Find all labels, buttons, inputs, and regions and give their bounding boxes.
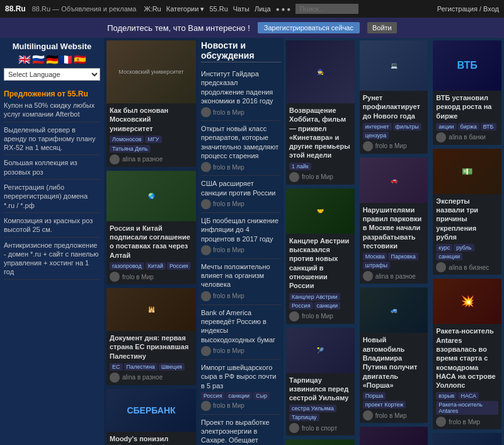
tag-parking[interactable]: Парковка <box>388 253 418 260</box>
card-left-1[interactable]: Московский университет Как был основан М… <box>106 40 196 167</box>
card-left-4-title[interactable]: Moody's понизил рейтинги Сбербанка и ВТБ <box>110 434 193 445</box>
tag-austria[interactable]: Канцлер Австрии <box>289 293 340 301</box>
news-item-7[interactable]: Импорт швейцарского сыра в РФ вырос почт… <box>201 360 281 415</box>
col4-card-3[interactable]: 🚙 Новый автомобиль Владимира Путина полу… <box>360 287 428 423</box>
sidebar-offer-1[interactable]: Купон на 50% скидку любых услуг компании… <box>4 101 100 122</box>
news-item-1[interactable]: Институт Гайдара предсказал продолжение … <box>201 66 281 121</box>
col5-card-1-title[interactable]: ВТБ установил рекорд роста на бирже <box>436 93 498 120</box>
news-item-4[interactable]: ЦБ пообещал снижение инфляции до 4 проце… <box>201 213 281 259</box>
tag-moscow[interactable]: Москва <box>363 253 387 260</box>
site-title[interactable]: 88.Ru <box>5 4 26 13</box>
tag-china[interactable]: Китай <box>146 262 166 270</box>
tag-explosion[interactable]: взрыв <box>436 392 457 400</box>
auth-link[interactable]: Регистрация / Вход <box>437 5 499 13</box>
card-left-4[interactable]: СБЕРБАНК Moody's понизил рейтинги Сберба… <box>106 389 196 445</box>
col5-card-2-title[interactable]: Эксперты назвали три причины укрепления … <box>436 197 498 241</box>
col5-card-3-title[interactable]: Ракета-носитель Antares взорвалась во вр… <box>436 327 498 390</box>
sidebar-offer-5[interactable]: Композиция из красных роз высотой 25 см. <box>4 216 100 238</box>
tag-eu[interactable]: ЕС <box>110 363 123 371</box>
news-item-3[interactable]: США расширяет санкции против России frol… <box>201 176 281 213</box>
tag-cheese-sanctions[interactable]: санкции <box>226 392 253 400</box>
flag-fr[interactable]: 🇫🇷 <box>60 54 72 66</box>
sidebar-offer-4[interactable]: Регистрация (либо перерегистрация) домен… <box>4 183 100 213</box>
nav-chats[interactable]: Чаты <box>233 5 249 13</box>
tag-mgu[interactable]: МГУ <box>145 136 161 143</box>
register-button[interactable]: Зарегистрироваться сейчас <box>258 22 360 33</box>
tag-1like[interactable]: 1 лайк <box>289 163 311 170</box>
col4-card-3-title[interactable]: Новый автомобиль Владимира Путина получи… <box>363 335 425 390</box>
tag-sanctions5[interactable]: санкции <box>436 253 462 260</box>
nav-jru[interactable]: Ж:Ru <box>144 5 161 13</box>
tag-palestine[interactable]: Палестина <box>124 363 158 371</box>
sidebar-offer-2[interactable]: Выделенный сервер в аренду по тарифному … <box>4 125 100 156</box>
tag-nasa[interactable]: НАСА <box>458 392 479 400</box>
tag-sanctions2[interactable]: санкции <box>314 302 341 309</box>
news-item-2[interactable]: Открыт новый класс препаратов, которые з… <box>201 121 281 176</box>
flag-es[interactable]: 🇪🇸 <box>74 54 86 66</box>
news-item-2-title[interactable]: Открыт новый класс препаратов, которые з… <box>201 124 281 160</box>
col3-card-2[interactable]: 🤝 Канцлер Австрии высказался против новы… <box>286 188 355 324</box>
tag-sister[interactable]: сестра Уильяма <box>289 405 336 412</box>
card-left-2-title[interactable]: Россия и Китай подписали соглашение о по… <box>110 224 193 260</box>
card-left-2[interactable]: 🌏 Россия и Китай подписали соглашение о … <box>106 171 196 284</box>
card-left-1-title[interactable]: Как был основан Московский университет <box>110 106 193 133</box>
tag-filters[interactable]: фильтры <box>393 123 421 130</box>
col4-card-2[interactable]: 🚗 Нарушителями правил парковки в Москве … <box>360 158 428 284</box>
flag-de[interactable]: 🇩🇪 <box>46 54 59 66</box>
col3-card-2-title[interactable]: Канцлер Австрии высказался против новых … <box>289 236 352 291</box>
flag-ru[interactable]: 🇷🇺 <box>32 54 45 66</box>
col5-card-2[interactable]: 💵 Эксперты назвали три причины укреплени… <box>433 149 501 275</box>
tag-lomonosov[interactable]: Ломоносов <box>110 136 144 143</box>
tag-stocks[interactable]: акции <box>436 123 456 130</box>
col3-card-1[interactable]: 🧙 Возвращение Хоббита, фильм — приквел «… <box>286 40 355 185</box>
col4-card-1-title[interactable]: Рунет профилактирует до Нового года <box>363 93 425 120</box>
tag-ruble[interactable]: рубль <box>454 244 474 251</box>
col4-card-4[interactable]: 🤝 Европейские санкции в отношении России… <box>360 427 428 445</box>
col3-card-1-title[interactable]: Возвращение Хоббита, фильм — приквел «Ки… <box>289 106 352 160</box>
tag-cheese[interactable]: Сыр <box>253 392 270 400</box>
tag-russia3[interactable]: Россия <box>289 302 313 309</box>
col5-card-4[interactable]: 🪖 Пентагон создаст команду морпехов для … <box>433 433 501 445</box>
tag-rate[interactable]: курс <box>436 244 452 251</box>
col3-card-3[interactable]: 🎾 Тарпицау извинился перед сестрой Уилья… <box>286 328 355 436</box>
news-item-5-title[interactable]: Мечты положительно влияет на организм че… <box>201 262 281 289</box>
news-item-6-title[interactable]: Bank of America переведёт Россию в индек… <box>201 308 281 344</box>
tag-sweden[interactable]: Швеция <box>159 363 185 371</box>
col3-card-3-title[interactable]: Тарпицау извинился перед сестрой Уильяму <box>289 376 352 403</box>
card-left-3[interactable]: 🕌 Документ дня: первая страна ЕС признав… <box>106 288 196 385</box>
tag-russia[interactable]: Россия <box>167 262 191 270</box>
tag-porsha[interactable]: Порша <box>363 392 386 400</box>
tag-antares[interactable]: Ракета-носитель Antares <box>436 401 498 415</box>
card-left-3-title[interactable]: Документ дня: первая страна ЕС признавша… <box>110 333 193 361</box>
tag-tatyana[interactable]: Татьяна Дель <box>110 145 151 153</box>
news-item-6[interactable]: Bank of America переведёт Россию в индек… <box>201 305 281 360</box>
tag-internet[interactable]: интернет <box>363 123 392 130</box>
nav-faces[interactable]: Лица <box>255 5 271 13</box>
tag-vtb2[interactable]: ВТБ <box>481 123 496 130</box>
sidebar-offer-6[interactable]: Антикризисное предложение - домен *.ru +… <box>4 241 100 280</box>
news-item-4-title[interactable]: ЦБ пообещал снижение инфляции до 4 проце… <box>201 216 281 243</box>
nav-55ru[interactable]: 55.Ru <box>209 5 227 13</box>
tag-cheese-russia[interactable]: Россия <box>201 392 225 400</box>
col5-card-3[interactable]: 💥 Ракета-носитель Antares взорвалась во … <box>433 279 501 429</box>
news-item-8-title[interactable]: Проект по выработке электроэнергии в Сах… <box>201 418 281 445</box>
search-input[interactable] <box>295 4 358 14</box>
language-select[interactable]: Select Language <box>4 68 100 81</box>
tag-exchange[interactable]: биржа <box>458 123 479 130</box>
news-item-7-title[interactable]: Импорт швейцарского сыра в РФ вырос почт… <box>201 363 281 390</box>
tag-censorship[interactable]: цензура <box>363 132 389 139</box>
news-item-3-title[interactable]: США расширяет санкции против России <box>201 179 281 197</box>
tag-kortezh[interactable]: проект Кортеж <box>363 401 406 408</box>
news-item-8[interactable]: Проект по выработке электроэнергии в Сах… <box>201 415 281 445</box>
tag-pipeline[interactable]: газопровод <box>110 262 144 270</box>
flag-en[interactable]: 🇬🇧 <box>18 54 31 66</box>
tag-tarpicau[interactable]: Тарпицау <box>289 413 319 421</box>
nav-categories[interactable]: Категории ▾ <box>166 5 205 13</box>
tag-fines[interactable]: штрафы <box>363 262 390 269</box>
col3-card-4[interactable]: 💎 Рады российских миллионеров редеет мил… <box>286 439 355 445</box>
col4-card-1[interactable]: 💻 Рунет профилактирует до Нового года ин… <box>360 40 428 154</box>
login-button[interactable]: Войти <box>367 22 397 33</box>
news-item-1-title[interactable]: Институт Гайдара предсказал продолжение … <box>201 69 281 105</box>
sidebar-offer-3[interactable]: Большая коллекция из розовых роз <box>4 158 100 180</box>
news-item-5[interactable]: Мечты положительно влияет на организм че… <box>201 259 281 305</box>
